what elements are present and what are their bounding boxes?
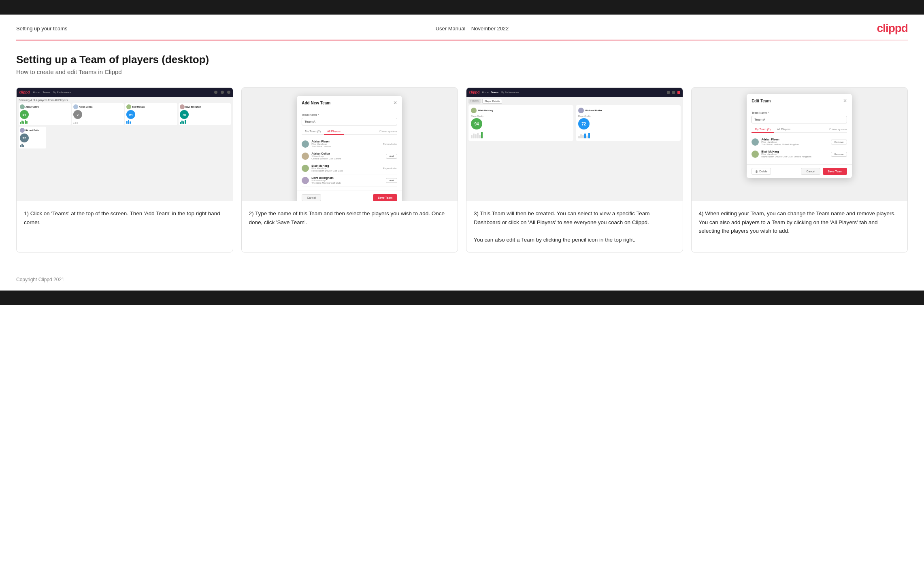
edit-team-dialog: Edit Team ✕ Team Name * My Team (2) All …: [747, 94, 852, 178]
player-list: Adrian Player Plus Handicap The Shire Lo…: [302, 138, 397, 187]
add-player-button-4[interactable]: Add: [386, 178, 398, 183]
team-name-input[interactable]: [302, 118, 397, 125]
page-title: Setting up a Team of players (desktop): [16, 53, 908, 66]
card-2-description: 2) Type the name of this Team and then s…: [242, 201, 458, 235]
page-subtitle: How to create and edit Teams in Clippd: [16, 68, 908, 75]
card-3-description: 3) This Team will then be created. You c…: [466, 201, 683, 252]
cancel-button[interactable]: Cancel: [302, 194, 321, 201]
edit-team-name-input[interactable]: [752, 116, 847, 123]
player-status-added-3: Player Added: [383, 167, 398, 170]
tab-my-team[interactable]: My Team (2): [302, 129, 324, 134]
logo-text: clippd: [877, 22, 908, 34]
player-row-4: Dave Billingham 5.9 Handicap The Ding Ma…: [302, 174, 397, 187]
player-row-1: Adrian Player Plus Handicap The Shire Lo…: [302, 138, 397, 150]
add-new-team-dialog: Add New Team ✕ Team Name * My Team (2) A…: [297, 96, 402, 201]
remove-player-button-2[interactable]: Remove: [831, 152, 847, 157]
edit-player-list: Adrian Player Plus Handicap The Shire Lo…: [752, 136, 847, 160]
save-team-button-edit[interactable]: Save Team: [823, 168, 847, 175]
save-team-button[interactable]: Save Team: [373, 194, 397, 201]
tab-my-team-edit[interactable]: My Team (2): [752, 127, 774, 133]
header: Setting up your teams User Manual – Nove…: [0, 15, 924, 40]
cards-container: clippd Home Teams My Performance Showing…: [0, 83, 924, 269]
card-3-screenshot: clippd Home Teams My Performance Players…: [466, 88, 683, 201]
player-row-3: Blair McHarg Plus Handicap Royal North D…: [302, 162, 397, 174]
filter-checkbox: ☐ Filter by name: [379, 129, 398, 134]
copyright-text: Copyright Clippd 2021: [16, 277, 64, 282]
card-3: clippd Home Teams My Performance Players…: [466, 87, 683, 252]
card-1-screenshot: clippd Home Teams My Performance Showing…: [17, 88, 233, 201]
card-4: Edit Team ✕ Team Name * My Team (2) All …: [691, 87, 908, 252]
edit-close-icon[interactable]: ✕: [843, 98, 847, 104]
page-title-section: Setting up a Team of players (desktop) H…: [0, 40, 924, 83]
filter-by-name: ☐ Filter by name: [829, 127, 847, 132]
close-icon[interactable]: ✕: [393, 100, 397, 106]
top-bar: [0, 0, 924, 15]
tab-all-players-edit[interactable]: All Players: [774, 127, 794, 132]
bottom-bar: [0, 291, 924, 305]
edit-dialog-title: Edit Team: [752, 99, 771, 103]
player-row-2: Adrian Coliba 1 Handicap Central London …: [302, 150, 397, 162]
card-1: clippd Home Teams My Performance Showing…: [16, 87, 233, 252]
dialog-title: Add New Team: [302, 101, 330, 105]
mock-logo: clippd: [19, 90, 30, 94]
player-status-added: Player Added: [383, 143, 398, 145]
card-2: Add New Team ✕ Team Name * My Team (2) A…: [241, 87, 458, 252]
tab-all-players[interactable]: All Players: [324, 129, 344, 135]
remove-player-button-1[interactable]: Remove: [831, 140, 847, 144]
card-2-screenshot: Add New Team ✕ Team Name * My Team (2) A…: [242, 88, 458, 201]
header-right-logo: clippd: [877, 22, 908, 35]
header-left-label: Setting up your teams: [16, 25, 67, 32]
card-4-screenshot: Edit Team ✕ Team Name * My Team (2) All …: [692, 88, 908, 201]
add-player-button-2[interactable]: Add: [386, 154, 398, 159]
card-1-description: 1) Click on 'Teams' at the top of the sc…: [17, 201, 233, 235]
footer: Copyright Clippd 2021: [0, 269, 924, 291]
card-4-description: 4) When editing your Team, you can chang…: [692, 201, 908, 244]
edit-player-row-1: Adrian Player Plus Handicap The Shire Lo…: [752, 136, 847, 148]
delete-team-button[interactable]: 🗑 Delete: [752, 168, 771, 175]
edit-player-row-2: Blair McHarg Plus Handicap Royal North D…: [752, 148, 847, 160]
edit-cancel-button[interactable]: Cancel: [801, 168, 820, 175]
header-center-label: User Manual – November 2022: [436, 25, 509, 32]
